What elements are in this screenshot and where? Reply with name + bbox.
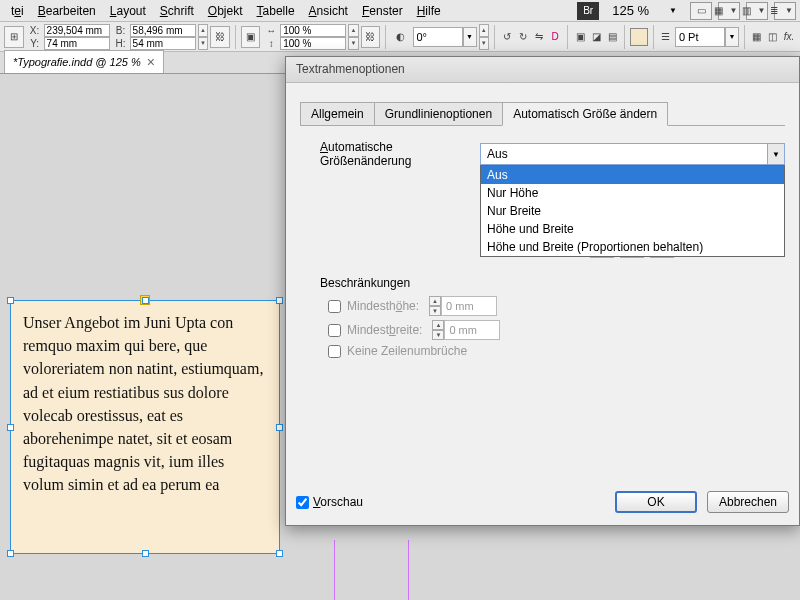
min-height-checkbox[interactable] (328, 300, 341, 313)
arrange-button[interactable]: ▥▼ (746, 2, 768, 20)
guide-1[interactable] (334, 540, 335, 600)
menu-layout[interactable]: Layout (103, 2, 153, 20)
stroke-input[interactable] (675, 27, 725, 47)
guide-2[interactable] (408, 540, 409, 600)
opt-proportionen[interactable]: Höhe und Breite (Proportionen behalten) (481, 238, 784, 256)
x-input[interactable] (44, 24, 110, 37)
scale-icon[interactable]: ▣ (241, 26, 261, 48)
refpoint-icon[interactable]: ⊞ (4, 26, 24, 48)
opt-nur-hoehe[interactable]: Nur Höhe (481, 184, 784, 202)
menu-schrift[interactable]: Schrift (153, 2, 201, 20)
rotate-input[interactable] (413, 27, 463, 47)
zoom-display[interactable]: 125 % (605, 1, 656, 20)
min-height-input[interactable] (441, 296, 497, 316)
fit-frame-icon[interactable]: ▤ (605, 29, 619, 45)
rotate-ccw-icon[interactable]: ↺ (500, 29, 514, 45)
scaley-input[interactable] (280, 37, 346, 50)
menu-ansicht[interactable]: Ansicht (302, 2, 355, 20)
nowrap-checkbox[interactable] (328, 345, 341, 358)
scale-spinners[interactable]: ▲▼ (348, 24, 359, 50)
min-height-label: Mindesthöhe: (347, 299, 419, 313)
fill-swatch[interactable] (630, 28, 648, 46)
constraints-label: Beschränkungen (320, 276, 785, 290)
doc-tab-label: *Typografie.indd @ 125 % (13, 56, 141, 68)
text-frame[interactable]: Unser Angebot im Juni Upta con remquo ma… (10, 300, 280, 554)
frame-text: Unser Angebot im Juni Upta con remquo ma… (11, 301, 279, 507)
h-input[interactable] (130, 37, 196, 50)
flip-v-icon[interactable]: D (548, 29, 562, 45)
menu-fenster[interactable]: Fenster (355, 2, 410, 20)
min-width-spin[interactable]: ▲▼ (432, 320, 444, 340)
min-width-checkbox[interactable] (328, 324, 341, 337)
preview-checkbox-row[interactable]: Vorschau (296, 495, 363, 509)
doc-tab[interactable]: *Typografie.indd @ 125 % × (4, 50, 164, 73)
corner-icon[interactable]: ◫ (766, 29, 780, 45)
autoresize-dropdown[interactable]: Aus ▼ Aus Nur Höhe Nur Breite Höhe und B… (480, 143, 785, 165)
bridge-button[interactable]: Br (577, 2, 599, 20)
tab-autosize[interactable]: Automatisch Größe ändern (502, 102, 668, 126)
cancel-button[interactable]: Abbrechen (707, 491, 789, 513)
close-tab-icon[interactable]: × (147, 54, 155, 70)
tab-grundlinien[interactable]: Grundlinienoptionen (374, 102, 503, 126)
opt-hoehe-breite[interactable]: Höhe und Breite (481, 220, 784, 238)
dropdown-arrow-icon[interactable]: ▼ (767, 143, 785, 165)
opt-nur-breite[interactable]: Nur Breite (481, 202, 784, 220)
constrain-icon[interactable]: ⛓ (210, 26, 230, 48)
constrain-scale-icon[interactable]: ⛓ (361, 26, 381, 48)
menu-datei[interactable]: tei (4, 2, 31, 20)
zoom-dropdown-icon[interactable]: ▼ (662, 4, 684, 17)
tab-allgemein[interactable]: Allgemein (300, 102, 375, 126)
flip-h-icon[interactable]: ⇋ (532, 29, 546, 45)
min-height-spin[interactable]: ▲▼ (429, 296, 441, 316)
preview-checkbox[interactable] (296, 496, 309, 509)
fx-icon[interactable]: ▦ (750, 29, 764, 45)
menu-tabelle[interactable]: Tabelle (250, 2, 302, 20)
handle-nw[interactable] (7, 297, 14, 304)
autoresize-options: Aus Nur Höhe Nur Breite Höhe und Breite … (480, 165, 785, 257)
ok-button[interactable]: OK (615, 491, 697, 513)
handle-ne[interactable] (276, 297, 283, 304)
preview-label: Vorschau (313, 495, 363, 509)
autoresize-label: Automatische Größenänderung (320, 140, 480, 168)
menu-hilfe[interactable]: Hilfe (410, 2, 448, 20)
menu-objekt[interactable]: Objekt (201, 2, 250, 20)
dialog-tabs: Allgemein Grundlinienoptionen Automatisc… (300, 101, 785, 126)
y-input[interactable] (44, 37, 110, 50)
size-spinners[interactable]: ▲▼ (198, 24, 209, 50)
view-mode-button[interactable]: ▭ (690, 2, 712, 20)
handle-s[interactable] (142, 550, 149, 557)
handle-n[interactable] (142, 297, 149, 304)
handle-sw[interactable] (7, 550, 14, 557)
menu-bearbeiten[interactable]: Bearbeiten (31, 2, 103, 20)
dialog-title: Textrahmenoptionen (286, 57, 799, 83)
size-fields: B: H: (112, 24, 196, 50)
menubar: tei Bearbeiten Layout Schrift Objekt Tab… (0, 0, 800, 22)
dialog-launcher-icon[interactable]: ◐ (391, 26, 410, 48)
handle-w[interactable] (7, 424, 14, 431)
screen-mode-button[interactable]: ▦▼ (718, 2, 740, 20)
autoresize-value: Aus (480, 143, 785, 165)
min-width-input[interactable] (444, 320, 500, 340)
scalex-input[interactable] (280, 24, 346, 37)
position-fields: X: Y: (26, 24, 110, 50)
select-content-icon[interactable]: ◪ (589, 29, 603, 45)
control-bar: ⊞ X: Y: B: H: ▲▼ ⛓ ▣ ↔ ↕ ▲▼ ⛓ ◐ ▼ ▲▼ ↺ ↻… (0, 22, 800, 52)
handle-e[interactable] (276, 424, 283, 431)
fx-text[interactable]: fx. (782, 29, 796, 45)
rotate-spinners[interactable]: ▲▼ (479, 24, 490, 50)
w-input[interactable] (130, 24, 196, 37)
text-frame-options-dialog: Textrahmenoptionen Allgemein Grundlinien… (285, 56, 800, 526)
min-width-label: Mindestbreite: (347, 323, 422, 337)
handle-se[interactable] (276, 550, 283, 557)
stroke-style-icon[interactable]: ☰ (659, 29, 673, 45)
workspace-button[interactable]: ≣▼ (774, 2, 796, 20)
rotate-cw-icon[interactable]: ↻ (516, 29, 530, 45)
opt-aus[interactable]: Aus (481, 166, 784, 184)
nowrap-label: Keine Zeilenumbrüche (347, 344, 467, 358)
select-container-icon[interactable]: ▣ (573, 29, 587, 45)
